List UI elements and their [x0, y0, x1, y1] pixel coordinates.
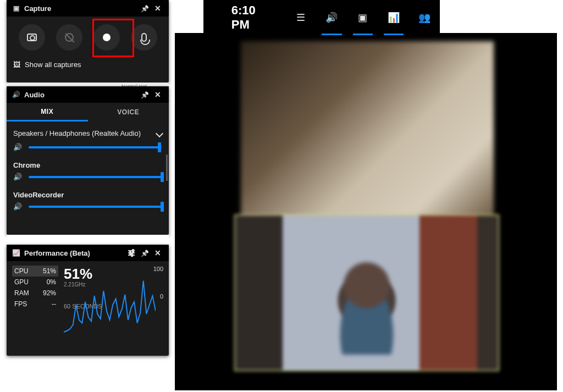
volume-icon: 🔊 [13, 202, 23, 211]
performance-widget-icon[interactable]: 📊 [378, 0, 409, 35]
audio-body: Speakers / Headphones (Realtek Audio) 🔊 … [7, 122, 169, 225]
social-widget-icon[interactable]: 👥 [409, 0, 440, 35]
metric-fps-label: FPS [14, 300, 27, 308]
metric-gpu-label: GPU [14, 278, 29, 286]
show-all-captures-label: Show all captures [25, 60, 81, 69]
metric-ram[interactable]: RAM 92% [12, 288, 58, 299]
volume-icon: 🔊 [13, 143, 23, 151]
pin-icon[interactable] [138, 2, 151, 15]
pin-icon[interactable] [138, 88, 151, 101]
metric-list: CPU 51% GPU 0% RAM 92% FPS -- [12, 266, 58, 310]
videorecorder-volume-slider[interactable] [29, 206, 162, 208]
scrollbar-thumb[interactable] [166, 154, 168, 181]
metric-cpu[interactable]: CPU 51% [12, 266, 58, 277]
record-last-button[interactable] [56, 24, 82, 51]
audio-widget: 🔊 Audio MIX VOICE Speakers / Headphones … [7, 86, 169, 235]
output-device-row[interactable]: Speakers / Headphones (Realtek Audio) [13, 125, 162, 140]
video-call-area [175, 33, 557, 390]
settings-icon[interactable] [125, 246, 138, 260]
output-device-label: Speakers / Headphones (Realtek Audio) [13, 129, 141, 137]
widgets-menu-icon[interactable]: ☰ [285, 0, 316, 35]
clock: 6:10 PM [231, 3, 276, 32]
close-icon[interactable] [151, 246, 164, 260]
audio-title: Audio [24, 91, 45, 99]
capture-title: Capture [24, 4, 51, 13]
person-silhouette [325, 256, 408, 355]
self-video-tile [234, 214, 499, 371]
volume-icon: 🔊 [13, 173, 23, 181]
audio-title-icon: 🔊 [11, 91, 21, 98]
remote-video-tile [241, 41, 494, 220]
y-axis-max: 100 [153, 266, 163, 272]
app-label-videorecorder: VideoRecorder [13, 190, 162, 199]
audio-header[interactable]: 🔊 Audio [7, 86, 169, 103]
camera-icon [27, 34, 37, 41]
audio-widget-icon[interactable]: 🔊 [316, 0, 347, 35]
record-icon [103, 34, 111, 41]
start-recording-button[interactable] [93, 24, 120, 51]
performance-body: CPU 51% GPU 0% RAM 92% FPS -- 51% 2.2 [7, 261, 169, 312]
performance-title: Performance (Beta) [24, 249, 90, 257]
chrome-volume-row: 🔊 [13, 173, 162, 181]
microphone-toggle-button[interactable] [131, 24, 157, 51]
chevron-down-icon [156, 129, 163, 137]
performance-chart: 51% 2.21GHz 100 0 60 SECONDS [64, 266, 163, 310]
metric-cpu-value: 51% [43, 267, 56, 275]
master-volume-row: 🔊 [13, 143, 162, 151]
microphone-icon [141, 33, 147, 42]
capture-buttons-row [7, 16, 169, 56]
close-icon[interactable] [151, 2, 164, 15]
background-gap [7, 235, 169, 245]
metric-gpu[interactable]: GPU 0% [12, 277, 58, 288]
performance-title-icon: 📈 [11, 249, 21, 257]
show-all-captures-link[interactable]: 🖼 Show all captures [7, 56, 169, 75]
metric-gpu-value: 0% [47, 278, 56, 286]
gamebar-topbar: 6:10 PM ☰ 🔊 ▣ 📊 👥 [203, 0, 440, 35]
close-icon[interactable] [151, 88, 164, 101]
y-axis-min: 0 [160, 293, 163, 300]
capture-widget-icon[interactable]: ▣ [347, 0, 378, 35]
performance-header[interactable]: 📈 Performance (Beta) [7, 245, 169, 261]
master-volume-slider[interactable] [29, 146, 162, 148]
capture-title-icon: ▣ [11, 4, 21, 12]
metric-ram-label: RAM [14, 289, 29, 297]
metric-fps[interactable]: FPS -- [12, 299, 58, 310]
app-label-chrome: Chrome [13, 160, 162, 169]
videorecorder-volume-row: 🔊 [13, 202, 162, 211]
chrome-volume-slider[interactable] [29, 176, 162, 178]
cpu-sparkline [64, 278, 156, 338]
metric-cpu-label: CPU [14, 267, 28, 275]
tab-voice[interactable]: VOICE [88, 103, 169, 122]
capture-widget: ▣ Capture 🖼 Show all captures [7, 0, 169, 82]
audio-tabs: MIX VOICE [7, 103, 169, 122]
gallery-icon: 🖼 [13, 60, 20, 69]
capture-header[interactable]: ▣ Capture [7, 0, 169, 16]
pin-icon[interactable] [138, 246, 151, 260]
record-last-icon [65, 33, 74, 42]
metric-fps-value: -- [52, 300, 56, 308]
metric-ram-value: 92% [43, 289, 56, 297]
performance-widget: 📈 Performance (Beta) CPU 51% GPU 0% RAM … [7, 245, 169, 356]
tab-mix[interactable]: MIX [7, 103, 88, 122]
screenshot-button[interactable] [19, 24, 45, 51]
